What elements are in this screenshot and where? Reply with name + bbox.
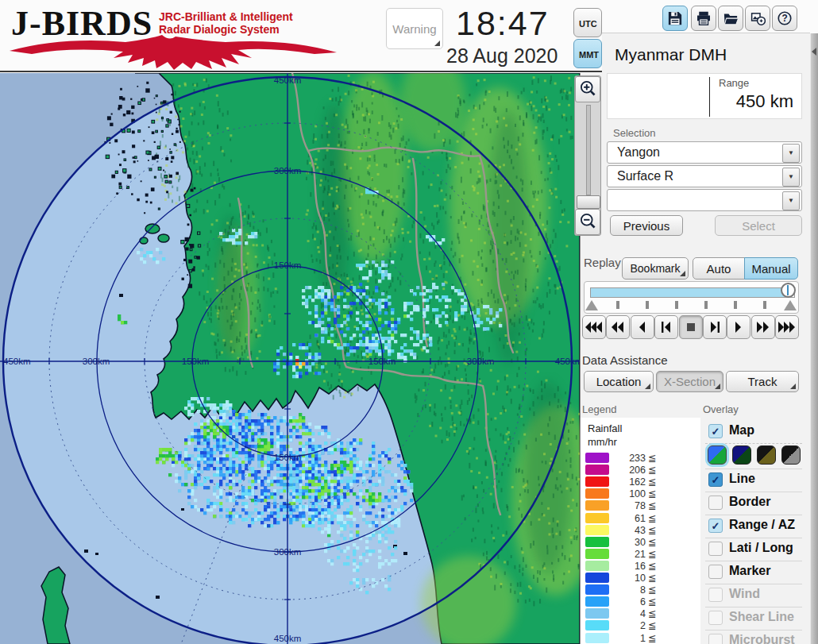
legend-lte-symbol: ≦ (648, 464, 656, 476)
legend-swatch (585, 537, 609, 547)
overlay-item-label: Marker (729, 564, 770, 578)
site-title: Myanmar DMH (615, 45, 727, 64)
checkbox[interactable]: ✓ (708, 519, 723, 533)
overlay-item-range-az[interactable]: ✓ Range / AZ (705, 515, 802, 537)
zoom-slider-rail[interactable] (586, 105, 591, 195)
legend-swatch (585, 465, 609, 475)
checkbox[interactable] (708, 542, 723, 556)
zoom-out-button[interactable] (575, 209, 600, 235)
skip-to-end-button[interactable] (703, 315, 727, 339)
stop-button[interactable] (679, 315, 703, 339)
save-button[interactable] (662, 6, 688, 31)
checkbox[interactable]: ✓ (708, 472, 723, 487)
open-folder-button[interactable] (718, 6, 743, 31)
chevron-down-icon[interactable]: ▼ (782, 144, 800, 163)
legend-swatch (585, 608, 609, 619)
fast-forward-button[interactable] (751, 315, 775, 339)
overlay-item-lati-long[interactable]: Lati / Long (705, 538, 802, 560)
data-assistance-label: Data Assistance (582, 353, 668, 367)
mmt-button[interactable]: MMT (573, 39, 602, 68)
slider-start-marker[interactable] (585, 300, 598, 310)
bookmark-button[interactable]: Bookmark (622, 257, 689, 280)
overlay-item-map[interactable]: ✓ Map (705, 421, 802, 442)
map-style-swatch-1[interactable] (708, 445, 727, 465)
legend-value: 6 (609, 596, 646, 607)
range-card: Range 450 km (607, 73, 802, 119)
step-back-button[interactable] (631, 315, 654, 339)
checkbox[interactable] (708, 565, 723, 579)
checkbox[interactable] (708, 611, 723, 625)
ring-label: 300km (274, 547, 302, 557)
chevron-down-icon[interactable]: ▼ (782, 168, 800, 187)
map-style-swatch-4[interactable] (781, 445, 801, 465)
checkbox[interactable] (708, 588, 723, 602)
legend-value: 30 (609, 537, 646, 548)
ring-label: 150km (182, 357, 210, 366)
x-section-button[interactable]: X-Section (656, 371, 723, 392)
overlay-item-line[interactable]: ✓ Line (705, 469, 802, 491)
panel-collapse-handle[interactable] (810, 33, 818, 644)
select-button[interactable]: Select (715, 215, 802, 236)
jbirds-app: J-BIRDS JRC-Brilliant & Intelligent Rada… (0, 0, 818, 644)
auto-button[interactable]: Auto (693, 257, 745, 280)
legend-value: 21 (609, 549, 646, 560)
legend-swatch (585, 596, 609, 607)
map-style-swatch-3[interactable] (757, 445, 776, 465)
legend-lte-symbol: ≦ (648, 584, 656, 596)
overlay-item-microburst[interactable]: Microburst (705, 630, 802, 644)
zoom-in-button[interactable] (575, 76, 600, 102)
play-button[interactable] (727, 315, 750, 339)
extra-dropdown[interactable]: ▼ (607, 189, 802, 211)
overlay-item-shear-line[interactable]: Shear Line (705, 607, 802, 629)
legend-lte-symbol: ≦ (648, 488, 656, 499)
checkbox[interactable]: ✓ (708, 424, 723, 438)
legend-swatch (585, 633, 609, 643)
overlay-item-marker[interactable]: Marker (705, 561, 802, 583)
utc-button[interactable]: UTC (573, 8, 602, 37)
ring-label: 450km (274, 75, 302, 85)
legend-value: 10 (609, 573, 646, 584)
radar-map-display[interactable]: 450km300km150km150km300km450km450km300km… (0, 73, 581, 644)
previous-button[interactable]: Previous (610, 215, 683, 236)
product-dropdown-value: Surface R (617, 169, 673, 183)
map-style-swatch-2[interactable] (732, 445, 751, 465)
print-button[interactable] (691, 6, 716, 31)
chevron-down-icon[interactable]: ▼ (782, 191, 800, 210)
warning-button[interactable]: Warning (386, 8, 443, 49)
checkbox[interactable] (708, 634, 723, 644)
site-dropdown[interactable]: Yangon ▼ (607, 141, 802, 164)
skip-to-start-button[interactable] (654, 315, 678, 339)
fast-rewind-button[interactable] (582, 315, 606, 339)
skip-to-end-icon (704, 321, 725, 334)
replay-slider-fill (591, 288, 789, 297)
collapse-arrow-icon (812, 48, 816, 56)
add-view-button[interactable] (745, 6, 770, 31)
fastest-forward-button[interactable] (775, 315, 799, 339)
legend-value: 1 (609, 633, 646, 644)
slider-end-marker[interactable] (784, 300, 797, 310)
overlay-item-wind[interactable]: Wind (705, 584, 802, 606)
legend-lte-symbol: ≦ (648, 596, 656, 607)
legend-value: 206 (609, 465, 646, 476)
legend-swatch (585, 549, 609, 559)
location-button[interactable]: Location (584, 371, 654, 392)
rewind-button[interactable] (606, 315, 630, 339)
manual-button[interactable]: Manual (744, 257, 798, 280)
replay-slider-track[interactable] (590, 287, 795, 298)
ring-label: 450km (274, 634, 302, 643)
help-button[interactable]: ? (772, 6, 797, 31)
checkbox[interactable] (708, 496, 723, 510)
map-style-row (705, 443, 802, 468)
legend-lte-symbol: ≦ (648, 512, 656, 524)
legend-label: Legend (582, 403, 616, 415)
stop-icon (681, 321, 701, 334)
legend-lte-symbol: ≦ (648, 572, 656, 584)
track-button[interactable]: Track (726, 371, 799, 392)
fast-rewind-icon (584, 321, 604, 334)
zoom-slider-thumb[interactable] (577, 195, 600, 209)
product-dropdown[interactable]: Surface R ▼ (607, 165, 802, 187)
replay-slider-handle[interactable] (781, 283, 796, 298)
zoom-out-icon (579, 212, 596, 229)
slider-tick (763, 301, 766, 309)
overlay-item-border[interactable]: Border (705, 492, 802, 514)
